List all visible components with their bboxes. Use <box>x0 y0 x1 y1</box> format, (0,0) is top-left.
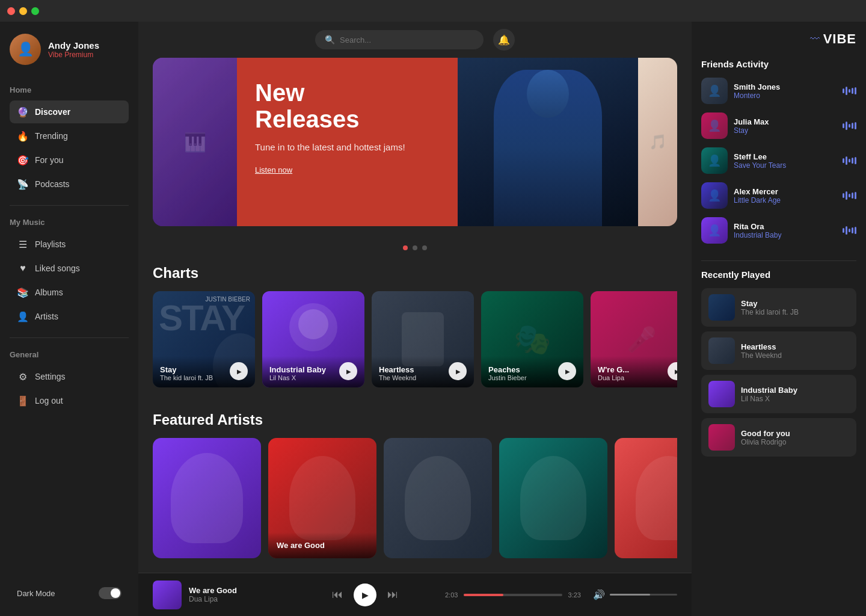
friend-item[interactable]: 👤 Julia Max Stay <box>701 112 856 139</box>
chart-artist: Dua Lipa <box>598 374 629 381</box>
vibe-wave-icon: 〰 <box>810 34 820 45</box>
sidebar-item-trending[interactable]: 🔥 Trending <box>10 125 129 147</box>
trending-icon: 🔥 <box>17 130 29 142</box>
we-are-good-label: We are Good <box>277 541 368 550</box>
recent-item[interactable]: Heartless The Weeknd <box>701 331 856 370</box>
topbar: 🔍 🔔 <box>138 22 692 58</box>
chart-artist: The Weeknd <box>379 374 416 381</box>
general-section-label: General <box>10 350 129 359</box>
sidebar-item-artists[interactable]: 👤 Artists <box>10 305 129 328</box>
recent-artist-name: Lil Nas X <box>741 395 797 403</box>
chart-card[interactable]: STAY JUSTIN BIEBER Stay The kid laroi ft… <box>153 291 255 387</box>
play-button[interactable]: ▶ <box>668 362 677 380</box>
artist-card[interactable] <box>615 438 677 558</box>
maximize-button[interactable] <box>31 7 39 15</box>
recent-song-title: Good for you <box>741 429 790 438</box>
recent-thumbnail <box>708 424 735 451</box>
artist-card[interactable] <box>499 438 607 558</box>
sidebar-item-label: Artists <box>35 312 58 321</box>
recent-thumbnail <box>708 337 735 364</box>
search-input[interactable] <box>340 35 474 45</box>
playlists-icon: ☰ <box>17 238 29 250</box>
sidebar-item-albums[interactable]: 📚 Albums <box>10 281 129 304</box>
chart-card-overlay: W're G... Dua Lipa ▶ <box>591 356 677 387</box>
recent-item[interactable]: Stay The kid laroi ft. JB <box>701 288 856 327</box>
friend-item[interactable]: 👤 Alex Mercer Little Dark Age <box>701 182 856 209</box>
sidebar-item-label: Log out <box>35 396 63 405</box>
player-volume: 🔊 <box>593 589 677 600</box>
hero-left-panel: 🎹 <box>153 58 237 226</box>
friend-item[interactable]: 👤 Steff Lee Save Your Tears <box>701 147 856 174</box>
close-button[interactable] <box>7 7 15 15</box>
search-icon: 🔍 <box>325 35 335 45</box>
player-timeline: 2:03 3:23 <box>445 591 581 599</box>
user-badge: Vibe Premium <box>48 51 99 59</box>
friend-wave <box>843 87 856 95</box>
play-button[interactable]: ▶ <box>230 362 248 380</box>
artist-card[interactable] <box>384 438 492 558</box>
friend-avatar: 👤 <box>701 78 728 104</box>
friend-name: Rita Ora <box>734 222 781 231</box>
friend-song: Industrial Baby <box>734 231 781 239</box>
search-bar: 🔍 <box>315 30 484 49</box>
toggle-knob <box>111 588 120 598</box>
friend-song: Little Dark Age <box>734 196 781 205</box>
prev-button[interactable]: ⏮ <box>332 588 343 601</box>
friend-item[interactable]: 👤 Rita Ora Industrial Baby <box>701 217 856 244</box>
sidebar-item-label: Settings <box>35 372 66 381</box>
friend-wave <box>843 226 856 235</box>
sidebar-item-settings[interactable]: ⚙ Settings <box>10 365 129 388</box>
chart-card[interactable]: Industrial Baby Lil Nas X ▶ <box>262 291 364 387</box>
main-content: 🔍 🔔 🎹 New Re <box>138 22 692 616</box>
chart-card-overlay: Stay The kid laroi ft. JB ▶ <box>153 356 255 387</box>
hero-cta-button[interactable]: Listen now <box>255 165 292 174</box>
recent-item[interactable]: Industrial Baby Lil Nas X <box>701 375 856 413</box>
volume-fill <box>610 594 650 596</box>
carousel-dot-3[interactable] <box>422 245 427 250</box>
artist-card[interactable]: We are Good <box>268 438 376 558</box>
vibe-logo-text: VIBE <box>823 31 856 47</box>
chart-card[interactable]: 🎭 Peaches Justin Bieber ▶ <box>481 291 583 387</box>
chart-card[interactable]: Heartless The Weeknd ▶ <box>372 291 474 387</box>
play-button[interactable]: ▶ <box>449 362 467 380</box>
play-button[interactable]: ▶ <box>339 362 357 380</box>
player-bar: We are Good Dua Lipa ⏮ ▶ ⏭ 2:03 3:23 🔊 <box>138 573 692 616</box>
notification-button[interactable]: 🔔 <box>493 29 515 51</box>
recent-artist-name: Olivia Rodrigo <box>741 438 790 446</box>
sidebar-item-label: For you <box>35 155 63 165</box>
sidebar-item-logout[interactable]: 🚪 Log out <box>10 389 129 412</box>
friend-name: Smith Jones <box>734 82 780 91</box>
sidebar-item-podcasts[interactable]: 📡 Podcasts <box>10 173 129 196</box>
dark-mode-toggle[interactable] <box>99 587 121 599</box>
minimize-button[interactable] <box>19 7 27 15</box>
recent-item[interactable]: Good for you Olivia Rodrigo <box>701 418 856 457</box>
sidebar-item-playlists[interactable]: ☰ Playlists <box>10 233 129 256</box>
next-button[interactable]: ⏭ <box>387 588 398 601</box>
sidebar-item-for-you[interactable]: 🎯 For you <box>10 149 129 171</box>
chart-card-overlay: Peaches Justin Bieber ▶ <box>481 356 583 387</box>
sidebar-divider <box>10 205 129 206</box>
dark-mode-label: Dark Mode <box>17 589 55 598</box>
chart-card[interactable]: 🎤 W're G... Dua Lipa ▶ <box>591 291 677 387</box>
artist-card[interactable] <box>153 438 261 558</box>
sidebar-item-liked-songs[interactable]: ♥ Liked songs <box>10 257 129 280</box>
play-icon: ▶ <box>237 368 242 375</box>
carousel-dot-2[interactable] <box>413 245 417 250</box>
play-pause-button[interactable]: ▶ <box>354 584 376 606</box>
total-time: 3:23 <box>568 591 581 599</box>
sidebar-item-label: Albums <box>35 288 63 297</box>
titlebar <box>0 0 866 22</box>
carousel-dot-1[interactable] <box>403 245 408 250</box>
chart-artist: The kid laroi ft. JB <box>160 374 213 381</box>
friend-item[interactable]: 👤 Smith Jones Montero <box>701 78 856 104</box>
progress-track[interactable] <box>464 594 562 596</box>
play-button[interactable]: ▶ <box>558 362 576 380</box>
recent-thumbnail <box>708 381 735 407</box>
hero-text: New Releases Tune in to the latest and h… <box>237 58 423 226</box>
for-you-icon: 🎯 <box>17 154 29 166</box>
friend-avatar: 👤 <box>701 182 728 209</box>
volume-track[interactable] <box>610 594 677 596</box>
recent-artist-name: The kid laroi ft. JB <box>741 308 799 316</box>
friend-avatar: 👤 <box>701 217 728 244</box>
sidebar-item-discover[interactable]: 🔮 Discover <box>10 100 129 123</box>
